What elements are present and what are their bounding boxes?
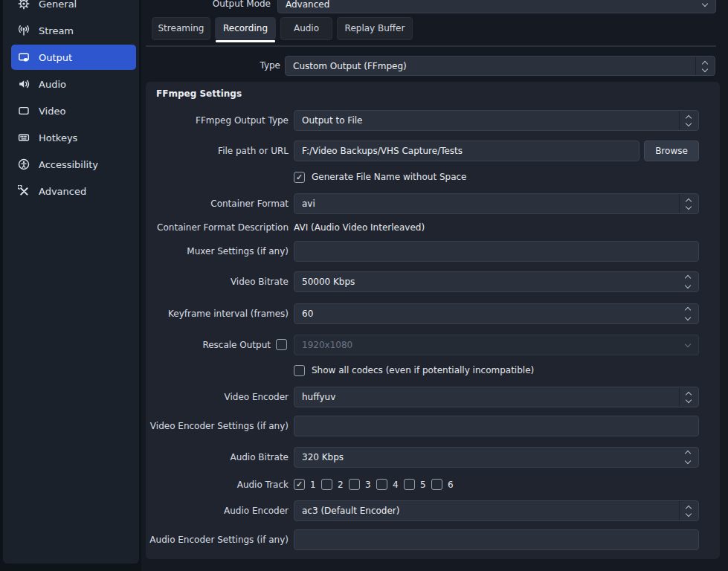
stream-icon — [18, 25, 30, 36]
spin-up-icon[interactable] — [685, 451, 691, 457]
rescale-resolution-value: 1920x1080 — [302, 335, 676, 355]
ffmpeg-output-type-select[interactable]: Output to File — [294, 110, 699, 131]
keyboard-icon — [18, 132, 30, 143]
video-encoder-select[interactable]: huffyuv — [294, 387, 699, 407]
type-select[interactable]: Custom Output (FFmpeg) — [285, 56, 715, 76]
video-bitrate-spinbox[interactable]: 50000 Kbps — [294, 271, 699, 292]
sidebar-item-accessibility[interactable]: Accessibility — [11, 152, 136, 177]
chevron-up-down-icon — [679, 111, 698, 130]
container-format-select[interactable]: avi — [294, 193, 699, 214]
generate-no-space-label: Generate File Name without Space — [312, 172, 466, 183]
type-value: Custom Output (FFmpeg) — [293, 57, 692, 75]
video-encoder-label: Video Encoder — [225, 387, 289, 407]
video-encoder-settings-value — [302, 416, 676, 436]
sidebar-item-label: General — [39, 0, 77, 10]
audio-track-5-checkbox[interactable] — [404, 479, 415, 490]
spin-down-icon[interactable] — [685, 283, 691, 288]
tab-separator — [146, 45, 716, 47]
ffmpeg-output-type-value: Output to File — [302, 111, 676, 130]
tab-streaming[interactable]: Streaming — [152, 17, 210, 40]
video-encoder-settings-input[interactable] — [294, 416, 699, 436]
sidebar-item-label: Stream — [39, 25, 74, 36]
output-settings-page: Output Mode Advanced Streaming Recording… — [141, 0, 728, 571]
video-bitrate-label: Video Bitrate — [231, 271, 289, 292]
file-path-label: File path or URL — [218, 141, 289, 161]
container-format-label: Container Format — [210, 193, 289, 214]
sidebar-item-label: Audio — [39, 79, 66, 90]
audio-track-6-checkbox[interactable] — [431, 479, 442, 490]
sidebar-item-output[interactable]: Output — [11, 45, 136, 70]
chevron-up-down-icon — [679, 501, 698, 520]
show-all-codecs-checkbox[interactable] — [294, 365, 305, 376]
audio-bitrate-label: Audio Bitrate — [230, 447, 289, 468]
sidebar-item-label: Advanced — [39, 186, 86, 197]
rescale-resolution-select[interactable]: 1920x1080 — [294, 335, 699, 355]
tab-label: Recording — [223, 23, 268, 33]
audio-track-6-label: 6 — [448, 479, 454, 491]
muxer-settings-value — [302, 242, 676, 261]
audio-track-4-label: 4 — [393, 479, 399, 491]
container-desc-label: Container Format Description — [157, 222, 289, 233]
chevron-down-icon — [702, 1, 708, 7]
audio-encoder-settings-input[interactable] — [294, 529, 699, 550]
tools-icon — [18, 185, 30, 197]
audio-encoder-settings-value — [302, 530, 676, 549]
sidebar-item-advanced[interactable]: Advanced — [11, 178, 136, 204]
rescale-output-checkbox[interactable] — [276, 339, 287, 350]
container-desc-value: AVI (Audio Video Interleaved) — [294, 222, 425, 233]
audio-track-1-checkbox[interactable]: ✓ — [294, 479, 305, 490]
rescale-output-label: Rescale Output — [202, 335, 271, 355]
output-mode-select[interactable]: Advanced — [277, 0, 716, 13]
file-path-input[interactable]: F:/Video Backups/VHS Capture/Tests — [294, 141, 640, 161]
keyframe-interval-value: 60 — [302, 304, 676, 323]
audio-icon — [18, 78, 30, 90]
chevron-up-down-icon — [679, 387, 698, 407]
sidebar-item-label: Output — [39, 52, 72, 63]
video-icon — [18, 105, 30, 117]
keyframe-interval-label: Keyframe interval (frames) — [168, 303, 289, 324]
output-mode-label: Output Mode — [213, 0, 271, 13]
sidebar-item-audio[interactable]: Audio — [11, 71, 136, 97]
generate-no-space-checkbox[interactable]: ✓ — [294, 172, 305, 183]
audio-encoder-value: ac3 (Default Encoder) — [302, 501, 676, 520]
browse-button[interactable]: Browse — [644, 141, 699, 161]
file-path-value: F:/Video Backups/VHS Capture/Tests — [302, 141, 633, 161]
ffmpeg-settings-title: FFmpeg Settings — [156, 88, 242, 99]
spin-down-icon[interactable] — [685, 314, 691, 320]
spin-up-icon[interactable] — [685, 307, 691, 313]
tab-audio[interactable]: Audio — [280, 17, 332, 40]
gear-icon — [18, 0, 30, 10]
muxer-settings-label: Muxer Settings (if any) — [187, 241, 289, 262]
audio-track-3-label: 3 — [365, 479, 371, 491]
spin-up-icon[interactable] — [685, 275, 691, 281]
tab-label: Replay Buffer — [345, 23, 405, 33]
audio-bitrate-value: 320 Kbps — [302, 448, 676, 467]
settings-sidebar: General Stream Output Audio — [3, 0, 139, 564]
audio-track-3-checkbox[interactable] — [349, 479, 360, 490]
type-label: Type — [260, 56, 280, 76]
chevron-down-icon — [685, 341, 691, 347]
checkmark-icon: ✓ — [296, 172, 303, 182]
tab-replay-buffer[interactable]: Replay Buffer — [337, 17, 413, 40]
spin-down-icon[interactable] — [685, 458, 691, 464]
audio-track-4-checkbox[interactable] — [376, 479, 387, 490]
muxer-settings-input[interactable] — [294, 241, 699, 262]
checkmark-icon: ✓ — [296, 480, 303, 489]
video-encoder-value: huffyuv — [302, 387, 676, 407]
sidebar-item-hotkeys[interactable]: Hotkeys — [11, 125, 136, 150]
audio-track-label: Audio Track — [237, 479, 289, 491]
sidebar-item-general[interactable]: General — [11, 0, 136, 16]
audio-encoder-select[interactable]: ac3 (Default Encoder) — [294, 500, 699, 521]
sidebar-item-label: Hotkeys — [39, 132, 77, 143]
keyframe-interval-spinbox[interactable]: 60 — [294, 303, 699, 324]
audio-track-1-label: 1 — [310, 479, 316, 491]
audio-track-2-checkbox[interactable] — [321, 479, 332, 490]
obs-settings-window: General Stream Output Audio — [0, 0, 728, 571]
tab-recording[interactable]: Recording — [215, 17, 276, 40]
sidebar-item-stream[interactable]: Stream — [11, 18, 136, 43]
container-format-value: avi — [302, 194, 676, 213]
sidebar-item-video[interactable]: Video — [11, 98, 136, 123]
output-mode-value: Advanced — [286, 0, 693, 13]
audio-bitrate-spinbox[interactable]: 320 Kbps — [294, 447, 699, 468]
audio-encoder-label: Audio Encoder — [224, 500, 289, 521]
